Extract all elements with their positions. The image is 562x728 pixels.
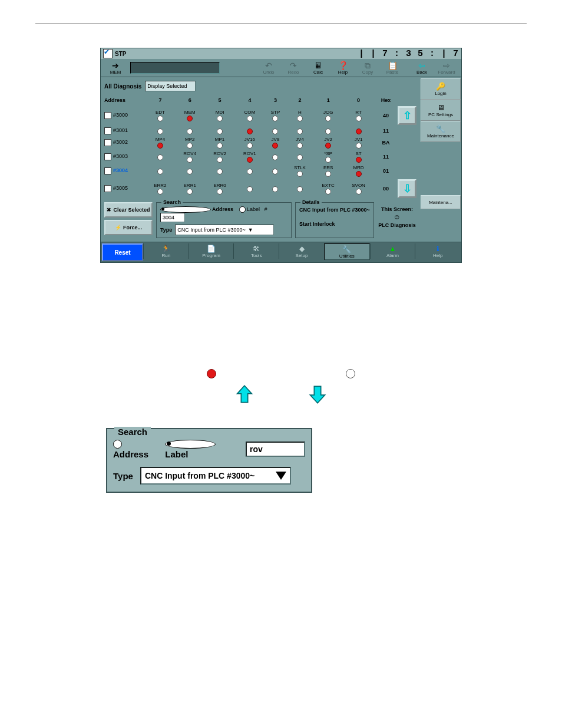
bit-cell: ROV4 <box>175 151 205 163</box>
bit-cell: ERR2 <box>146 183 175 195</box>
row-checkbox[interactable] <box>104 139 111 146</box>
bit-cell: MDI <box>205 110 235 121</box>
bit-cell <box>234 186 265 192</box>
maintenance-tab[interactable]: Maintena... <box>421 195 461 209</box>
status-dot-icon <box>297 143 303 149</box>
status-dot-icon <box>272 154 278 160</box>
bit-cell: *SP <box>313 151 343 163</box>
nav-help[interactable]: ℹHelp <box>415 243 460 259</box>
arrow-up-icon <box>234 384 254 404</box>
status-dot-icon <box>325 171 331 177</box>
status-dot-icon <box>325 189 331 195</box>
search-legend: Search <box>114 427 151 437</box>
row-checkbox[interactable] <box>104 185 111 192</box>
bit-cell: ST <box>343 151 374 163</box>
scroll-up-button[interactable]: ⇧ <box>398 106 416 125</box>
status-dot-icon <box>297 116 303 121</box>
search-value-input[interactable]: 3004 <box>160 213 185 222</box>
nav-run[interactable]: 🏃Run <box>143 243 189 259</box>
hex-value: 40 <box>374 106 398 126</box>
label-radio[interactable] <box>239 206 246 213</box>
diagnosis-table: Address76543210Hex #3000EDTMEMMDICOMSTPH… <box>104 95 416 200</box>
table-row: #3005ERR2ERR1ERR0EXTCSVON00⇩ <box>104 179 416 199</box>
paste-button[interactable]: 📋Paste <box>380 60 405 76</box>
bit-label: ROV4 <box>183 151 196 156</box>
hmi-screenshot: STP | | 7 : 3 5 : | 7 ➔MEM ↶Undo ↷Redo 🖩… <box>100 48 462 263</box>
details-legend: Details <box>300 199 322 205</box>
type-select[interactable]: CNC Input from PLC #3000~▼ <box>175 225 274 235</box>
address-label: #3005 <box>113 185 128 191</box>
status-dot-icon <box>247 129 253 134</box>
nav-tools[interactable]: 🛠Tools <box>233 243 279 259</box>
column-header: 5 <box>205 96 235 104</box>
row-checkbox[interactable] <box>104 112 111 119</box>
bit-cell: ERS <box>313 165 343 177</box>
column-header: 2 <box>286 96 314 104</box>
table-row: #300111 <box>104 127 416 135</box>
nav-utilities[interactable]: 🔧Utilities <box>324 243 370 260</box>
status-dot-icon <box>247 186 253 192</box>
type-select[interactable]: CNC Input from PLC #3000~ <box>140 467 291 485</box>
maintenance-button[interactable]: 🔧Maintenance <box>421 121 461 142</box>
status-dot-icon <box>356 157 362 163</box>
label-radio[interactable] <box>165 440 216 449</box>
row-checkbox[interactable] <box>104 167 111 174</box>
bit-cell: JOG <box>313 110 343 121</box>
title-bar: STP | | 7 : 3 5 : | 7 <box>101 48 461 59</box>
pc-settings-button[interactable]: 🖥PC Settings <box>421 100 461 121</box>
bit-cell: ERR1 <box>175 183 205 195</box>
hex-value: 01 <box>374 164 398 177</box>
status-dot-icon <box>187 129 193 134</box>
status-dot-icon <box>356 129 362 134</box>
status-dot-icon <box>247 169 253 174</box>
address-radio[interactable] <box>160 206 211 213</box>
nav-alarm[interactable]: ▲Alarm <box>370 243 415 259</box>
search-value-input[interactable]: rov <box>246 442 305 457</box>
mem-button[interactable]: ➔MEM <box>103 60 128 76</box>
redo-button[interactable]: ↷Redo <box>281 60 306 76</box>
search-legend: Search <box>161 199 183 205</box>
clock: | | 7 : 3 5 : | 7 <box>359 49 459 59</box>
bit-cell: MP4 <box>146 137 175 149</box>
copy-button[interactable]: ⧉Copy <box>355 60 380 76</box>
status-dot-icon <box>217 189 223 195</box>
calc-button[interactable]: 🖩Calc <box>306 60 330 76</box>
row-checkbox[interactable] <box>104 127 111 134</box>
status-dot-icon <box>325 116 331 121</box>
nav-setup[interactable]: ◆Setup <box>279 243 324 259</box>
filter-select[interactable]: Display Selected <box>145 81 196 91</box>
bit-cell <box>175 168 205 174</box>
bit-label: MP1 <box>215 137 224 142</box>
bit-cell: ROV1 <box>234 151 265 163</box>
nav-reset[interactable]: Reset <box>102 243 143 261</box>
this-screen-panel: This Screen: ☺ PLC Diagnosis <box>378 206 416 238</box>
clear-selected-button[interactable]: ✖Clear Selected <box>104 202 153 218</box>
column-header: 3 <box>265 96 286 104</box>
nav-program[interactable]: 📄Program <box>189 243 234 259</box>
bottom-panels: ✖Clear Selected ⚡Force... Search Address… <box>104 202 416 238</box>
bit-label: H <box>298 110 302 115</box>
address-label: #3002 <box>113 139 128 145</box>
bit-label: ROV1 <box>243 151 256 156</box>
login-button[interactable]: 🔑Login <box>421 78 461 100</box>
force-button[interactable]: ⚡Force... <box>104 220 153 235</box>
help-button[interactable]: ❓Help <box>330 60 355 76</box>
forward-button[interactable]: ⇨Forward <box>434 60 459 76</box>
status-dot-icon <box>272 129 278 134</box>
status-dot-icon <box>217 169 223 174</box>
back-button[interactable]: ⇦Back <box>409 60 434 76</box>
table-row: #3002MP4MP2MP1JV16JV8JV4JV2JV1BA <box>104 136 416 149</box>
hex-value: BA <box>374 136 398 149</box>
status-dot-icon <box>356 189 362 195</box>
status-dot-icon <box>272 186 278 192</box>
bit-label: MEM <box>184 110 196 115</box>
undo-button[interactable]: ↶Undo <box>256 60 281 76</box>
command-input[interactable] <box>130 62 220 74</box>
bit-cell <box>146 154 175 160</box>
row-checkbox[interactable] <box>104 153 111 160</box>
bit-cell <box>265 168 286 174</box>
status-dot-icon <box>356 116 362 121</box>
bit-label: STP <box>271 110 280 115</box>
address-radio[interactable] <box>113 440 122 449</box>
scroll-down-button[interactable]: ⇩ <box>398 179 416 198</box>
